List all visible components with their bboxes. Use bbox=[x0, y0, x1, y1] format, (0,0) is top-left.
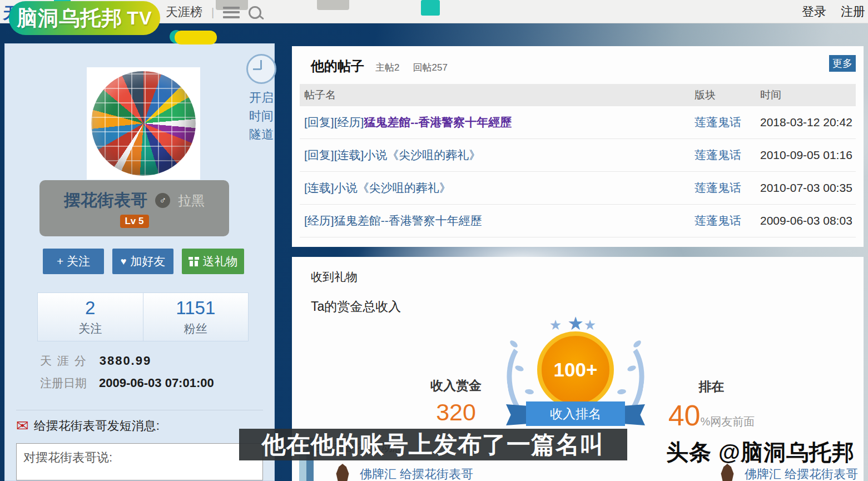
posts-panel: 他的帖子 主帖2 回帖257 更多 帖子名 版块 时间 [回复][经历]猛鬼差館… bbox=[292, 46, 864, 247]
post-time: 2009-06-03 08:03 bbox=[760, 214, 856, 227]
send-gift-button[interactable]: 送礼物 bbox=[182, 249, 244, 274]
income-label: 收入赏金 bbox=[411, 377, 500, 394]
toutiao-watermark: 头条 @脑洞乌托邦 bbox=[666, 437, 866, 468]
board-link[interactable]: 莲蓬鬼话 bbox=[695, 180, 760, 196]
followers-stat[interactable]: 1151 粉丝 bbox=[143, 293, 249, 341]
male-gender-icon: ♂ bbox=[155, 193, 170, 208]
level-badge: Lv 5 bbox=[120, 215, 148, 228]
flag-globe-avatar-image bbox=[91, 71, 196, 176]
follow-stats: 2 关注 1151 粉丝 bbox=[37, 292, 249, 341]
username: 摆花街表哥 bbox=[64, 189, 147, 212]
post-time: 2018-03-12 20:42 bbox=[760, 116, 856, 129]
registration-label: 注册日期 bbox=[40, 375, 87, 391]
column-board: 版块 bbox=[695, 88, 760, 102]
amulet-icon bbox=[335, 464, 350, 481]
heart-icon: ♥ bbox=[121, 256, 127, 267]
channel-logo-text: 脑洞乌托邦 bbox=[17, 4, 122, 32]
register-link[interactable]: 注册 bbox=[841, 3, 865, 20]
score-value: 3880.99 bbox=[100, 354, 152, 368]
following-stat[interactable]: 2 关注 bbox=[38, 293, 143, 341]
posts-header: 他的帖子 主帖2 回帖257 更多 bbox=[292, 46, 864, 84]
name-plate: 摆花街表哥 ♂ 拉黑 Lv 5 bbox=[39, 180, 229, 236]
rank-label: 排在 bbox=[660, 378, 763, 395]
registration-value: 2009-06-03 07:01:00 bbox=[99, 376, 214, 390]
board-link[interactable]: 莲蓬鬼话 bbox=[695, 213, 760, 229]
profile-panel: 开启时间隧道 摆花街表哥 ♂ 拉黑 Lv 5 + 关注 ♥ 加好友 送礼物 bbox=[4, 43, 275, 481]
post-time: 2010-07-03 00:35 bbox=[760, 181, 856, 195]
post-time: 2010-09-05 01:16 bbox=[760, 148, 856, 162]
gift-feed-link[interactable]: 佛牌汇 给摆花街表哥 bbox=[360, 464, 473, 481]
following-count: 2 bbox=[38, 297, 143, 319]
table-row: [回复][连载]小说《尖沙咀的葬礼》 莲蓬鬼话 2010-09-05 01:16 bbox=[300, 139, 856, 172]
bounty-income-subtitle: Ta的赏金总收入 bbox=[311, 298, 401, 315]
follow-button[interactable]: + 关注 bbox=[43, 249, 104, 274]
nav-tianya-rank[interactable]: 天涯榜 bbox=[166, 4, 202, 21]
income-stat: 收入赏金 320 bbox=[411, 377, 500, 426]
tianya-score-row: 天 涯 分 3880.99 bbox=[40, 353, 151, 369]
main-post-count: 主帖2 bbox=[375, 61, 399, 74]
column-time: 时间 bbox=[760, 88, 856, 102]
medal-ribbon: 收入排名 bbox=[506, 401, 645, 427]
logo-decoration bbox=[175, 31, 217, 44]
channel-logo-suffix: TV bbox=[127, 7, 152, 29]
medal-value: 100+ bbox=[537, 331, 614, 408]
logo-decoration bbox=[421, 0, 440, 16]
post-link[interactable]: 小说《尖沙咀的葬礼》 bbox=[334, 181, 451, 194]
message-input[interactable] bbox=[16, 443, 263, 480]
rank-value: 40 bbox=[668, 399, 701, 432]
gift-icon bbox=[189, 257, 199, 266]
page: 天 天涯榜 | 登录 注册 脑洞乌托邦 TV 开启时间隧道 摆花 bbox=[0, 0, 868, 481]
post-link[interactable]: 猛鬼差館--香港警察十年經歷 bbox=[334, 214, 482, 227]
menu-icon[interactable] bbox=[223, 7, 240, 18]
reply-post-count: 回帖257 bbox=[413, 61, 447, 74]
clipped-nav-fragment bbox=[317, 0, 349, 10]
post-link[interactable]: 小说《尖沙咀的葬礼》 bbox=[364, 148, 480, 161]
nav-separator: | bbox=[211, 6, 214, 19]
divider bbox=[16, 410, 263, 410]
post-link-prefix[interactable]: [回复][经历] bbox=[304, 116, 364, 128]
registration-date-row: 注册日期 2009-06-03 07:01:00 bbox=[40, 375, 214, 391]
channel-logo: 脑洞乌托邦 TV bbox=[9, 1, 160, 35]
time-tunnel-widget[interactable]: 开启时间隧道 bbox=[245, 54, 277, 143]
score-label: 天 涯 分 bbox=[40, 353, 87, 369]
posts-table: 帖子名 版块 时间 [回复][经历]猛鬼差館--香港警察十年經歷 莲蓬鬼话 20… bbox=[300, 84, 856, 237]
posts-title: 他的帖子 bbox=[311, 57, 364, 75]
send-gift-label: 送礼物 bbox=[203, 254, 238, 269]
followers-count: 1151 bbox=[143, 297, 249, 319]
board-link[interactable]: 莲蓬鬼话 bbox=[695, 147, 760, 163]
followers-label: 粉丝 bbox=[143, 321, 249, 336]
rank-stat: 排在 40%网友前面 bbox=[660, 378, 763, 432]
message-header: ✉ 给摆花街表哥发短消息: bbox=[16, 418, 160, 434]
table-row: [经历]猛鬼差館--香港警察十年經歷 莲蓬鬼话 2009-06-03 08:03 bbox=[300, 205, 856, 237]
time-tunnel-label[interactable]: 开启时间隧道 bbox=[245, 88, 277, 143]
table-row: [回复][经历]猛鬼差館--香港警察十年經歷 莲蓬鬼话 2018-03-12 2… bbox=[300, 106, 856, 139]
rank-suffix: %网友前面 bbox=[701, 415, 755, 428]
auth-links: 登录 注册 bbox=[802, 3, 865, 20]
block-user-button[interactable]: 拉黑 bbox=[178, 192, 205, 210]
more-button[interactable]: 更多 bbox=[829, 55, 856, 72]
column-post-name: 帖子名 bbox=[300, 88, 695, 102]
post-link-prefix[interactable]: [连载] bbox=[304, 181, 334, 194]
following-label: 关注 bbox=[38, 321, 143, 336]
video-subtitle: 他在他的账号上发布了一篇名叫 bbox=[239, 429, 627, 460]
post-link[interactable]: 猛鬼差館--香港警察十年經歷 bbox=[364, 116, 512, 128]
post-link-prefix[interactable]: [经历] bbox=[304, 214, 334, 227]
gifts-title: 收到礼物 bbox=[311, 269, 358, 285]
nav-group: 天涯榜 | bbox=[166, 4, 261, 21]
list-item: 佛牌汇 给摆花街表哥 bbox=[335, 464, 473, 481]
ribbon-label: 收入排名 bbox=[526, 401, 625, 426]
board-link[interactable]: 莲蓬鬼话 bbox=[695, 115, 760, 130]
add-friend-button[interactable]: ♥ 加好友 bbox=[112, 249, 173, 274]
posts-counts: 主帖2 回帖257 bbox=[375, 61, 448, 74]
add-friend-label: 加好友 bbox=[130, 254, 165, 269]
income-rank-medal: ★★★ 100+ 收入排名 bbox=[506, 313, 645, 432]
table-row: [连载]小说《尖沙咀的葬礼》 莲蓬鬼话 2010-07-03 00:35 bbox=[300, 172, 856, 205]
avatar[interactable] bbox=[87, 67, 200, 180]
posts-table-header: 帖子名 版块 时间 bbox=[300, 84, 856, 106]
search-icon[interactable] bbox=[249, 6, 261, 19]
post-link-prefix[interactable]: [回复][连载] bbox=[304, 148, 364, 161]
income-value: 320 bbox=[411, 399, 500, 426]
message-header-label: 给摆花街表哥发短消息: bbox=[34, 418, 160, 434]
login-link[interactable]: 登录 bbox=[802, 3, 826, 20]
clock-icon[interactable] bbox=[246, 54, 276, 84]
